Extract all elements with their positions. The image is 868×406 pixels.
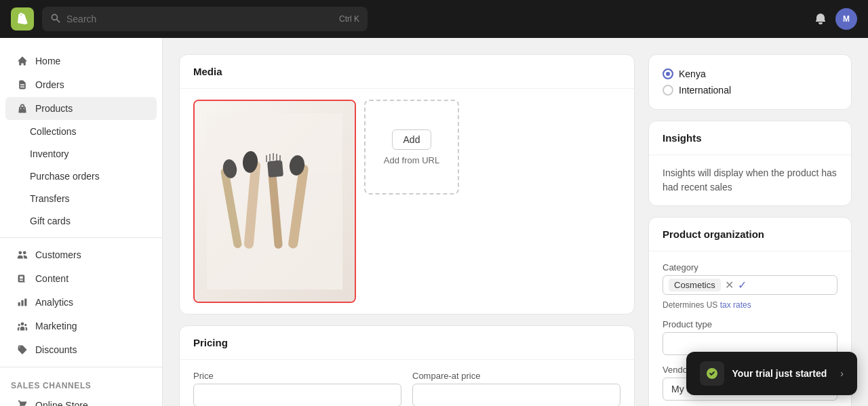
sidebar-item-analytics[interactable]: Analytics (5, 291, 157, 314)
sidebar-item-orders[interactable]: Orders (5, 73, 157, 96)
locations-card-body: Kenya International (649, 55, 851, 109)
media-grid: Add Add from URL (193, 100, 620, 303)
category-label: Category (663, 262, 837, 272)
sidebar-item-inventory[interactable]: Inventory (5, 143, 157, 165)
sidebar-item-label-online-store: Online Store (35, 400, 88, 406)
international-label: International (679, 85, 731, 96)
sidebar-item-label-discounts: Discounts (35, 344, 77, 355)
media-add-area: Add Add from URL (364, 100, 459, 195)
media-selected-image[interactable] (193, 100, 356, 303)
shopify-logo (11, 7, 34, 31)
product-organization-header: Product organization (649, 218, 851, 251)
search-shortcut: Ctrl K (339, 14, 359, 24)
sidebar-item-gift-cards[interactable]: Gift cards (5, 210, 157, 232)
avatar[interactable]: M (835, 8, 857, 30)
trial-banner-icon (700, 361, 724, 386)
insights-card-body: Insights will display when the product h… (649, 155, 851, 205)
add-from-url-link[interactable]: Add from URL (384, 155, 439, 165)
media-add-panel: Add Add from URL (364, 100, 459, 303)
product-image (195, 101, 355, 302)
pricing-card-header: Pricing (180, 326, 634, 360)
layout: Home Orders Products Collections Invento… (0, 38, 868, 406)
topbar-actions: M (814, 8, 857, 30)
category-input-wrap[interactable]: Cosmetics ✕ ✓ (663, 275, 837, 295)
tax-rates-link[interactable]: tax rates (720, 300, 751, 310)
price-group: Price (193, 371, 401, 406)
sidebar-item-discounts[interactable]: Discounts (5, 338, 157, 361)
sidebar-item-marketing[interactable]: Marketing (5, 314, 157, 338)
main-content: Media (163, 38, 868, 406)
sidebar-divider-2 (0, 367, 162, 367)
trial-chevron-icon[interactable]: › (840, 368, 844, 379)
sidebar-item-customers[interactable]: Customers (5, 243, 157, 266)
sidebar-item-purchase-orders[interactable]: Purchase orders (5, 165, 157, 187)
sidebar-item-label-home: Home (35, 56, 60, 66)
home-icon (16, 55, 28, 67)
tax-rates-text: Determines US tax rates (663, 300, 837, 310)
media-title: Media (193, 66, 222, 77)
trial-banner-title: Your trial just started (732, 368, 827, 379)
sidebar-item-label-inventory: Inventory (30, 148, 69, 159)
primary-column: Media (179, 54, 635, 406)
sidebar-item-label-purchase-orders: Purchase orders (30, 171, 100, 182)
content-icon (16, 272, 28, 285)
sidebar-item-label-products: Products (35, 103, 73, 114)
category-clear-icon[interactable]: ✕ (725, 279, 734, 291)
search-bar[interactable]: Ctrl K (42, 7, 368, 31)
sidebar-item-label-gift-cards: Gift cards (30, 216, 71, 226)
sidebar-item-transfers[interactable]: Transfers (5, 188, 157, 209)
pricing-title: Pricing (193, 337, 228, 348)
sales-channels-label: Sales channels (0, 373, 162, 393)
product-organization-title: Product organization (663, 228, 764, 240)
sidebar-item-collections[interactable]: Collections (5, 121, 157, 142)
category-group: Category Cosmetics ✕ ✓ Determines US tax… (663, 262, 837, 310)
price-label: Price (193, 371, 401, 381)
compare-at-price-group: Compare-at price (412, 371, 620, 406)
orders-icon (16, 79, 28, 91)
sidebar-item-label-analytics: Analytics (35, 297, 73, 308)
product-type-group: Product type (663, 319, 837, 355)
trial-banner[interactable]: Your trial just started › (686, 352, 857, 395)
category-value: Cosmetics (674, 280, 715, 290)
products-icon (16, 102, 28, 115)
sidebar-item-products[interactable]: Products (5, 97, 157, 120)
pricing-grid: Price Compare-at price (193, 371, 620, 406)
category-confirm-icon[interactable]: ✓ (738, 279, 747, 291)
insights-body: Insights will display when the product h… (663, 166, 837, 195)
marketing-icon (16, 320, 28, 332)
international-radio[interactable] (663, 85, 673, 96)
add-media-button[interactable]: Add (392, 129, 432, 150)
insights-card-header: Insights (649, 121, 851, 155)
media-card: Media (179, 54, 635, 314)
online-store-icon (16, 399, 28, 406)
sidebar-item-content[interactable]: Content (5, 267, 157, 290)
location-kenya[interactable]: Kenya (663, 66, 837, 82)
media-card-header: Media (180, 55, 634, 89)
sidebar-item-label-content: Content (35, 273, 68, 284)
location-international[interactable]: International (663, 82, 837, 98)
insights-title: Insights (663, 132, 702, 144)
bell-icon[interactable] (814, 12, 827, 26)
search-icon (50, 13, 61, 26)
sidebar-item-label-transfers: Transfers (30, 193, 70, 204)
sidebar-divider (0, 237, 162, 238)
sidebar-item-home[interactable]: Home (5, 49, 157, 73)
kenya-label: Kenya (679, 68, 706, 79)
pricing-card: Pricing Price Compare-at price (179, 325, 635, 406)
tax-text: Determines US (663, 300, 720, 310)
sidebar-item-label-collections: Collections (30, 126, 76, 137)
compare-at-price-input[interactable] (412, 384, 620, 406)
media-card-body: Add Add from URL (180, 89, 634, 314)
insights-card: Insights Insights will display when the … (648, 121, 852, 206)
sidebar-item-label-orders: Orders (35, 79, 64, 90)
price-input[interactable] (193, 384, 401, 406)
category-tag: Cosmetics (669, 279, 721, 291)
sidebar-item-online-store[interactable]: Online Store (5, 394, 157, 406)
kenya-radio[interactable] (663, 68, 673, 79)
topbar: Ctrl K M (0, 0, 868, 38)
analytics-icon (16, 296, 28, 308)
search-input[interactable] (66, 14, 334, 24)
svg-rect-6 (267, 160, 283, 178)
locations-card: Kenya International (648, 54, 852, 110)
sidebar: Home Orders Products Collections Invento… (0, 38, 163, 406)
